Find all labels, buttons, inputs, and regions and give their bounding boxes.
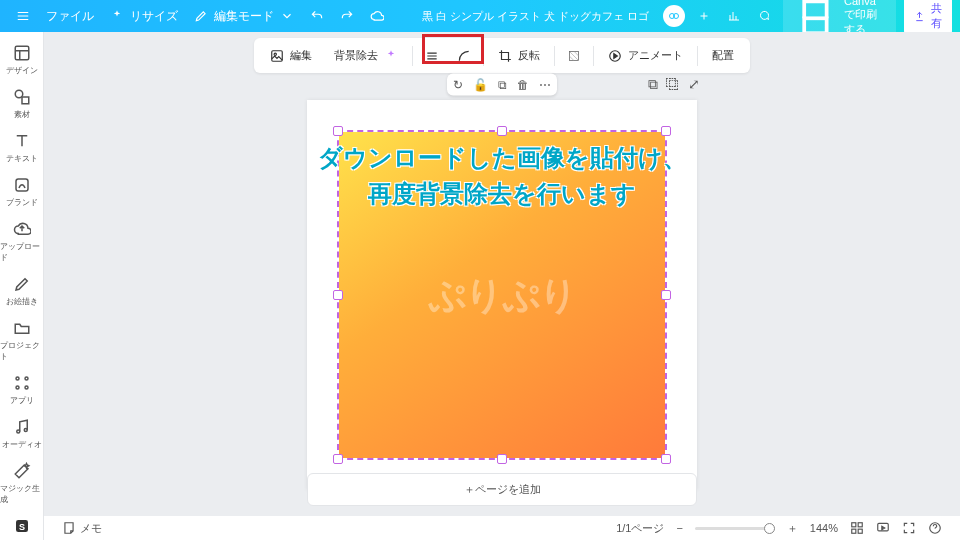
zoom-out-button[interactable]: −: [670, 522, 688, 534]
zoom-slider[interactable]: [695, 527, 775, 530]
add-page-button[interactable]: ＋ページを追加: [307, 473, 697, 506]
transparency-button[interactable]: [559, 43, 589, 69]
sidebar-item-draw[interactable]: お絵描き: [0, 269, 44, 313]
animate-button[interactable]: アニメート: [598, 42, 693, 69]
bg-remove-button[interactable]: 背景除去: [324, 42, 408, 69]
link-account-button[interactable]: [663, 5, 685, 27]
resize-handle-se[interactable]: [661, 454, 671, 464]
notes-button[interactable]: メモ: [56, 521, 108, 536]
sidebar-item-label: 素材: [14, 109, 30, 120]
redo-button[interactable]: [332, 9, 362, 23]
document-title[interactable]: 黒 白 シンプル イラスト 犬 ドッグカフェ ロゴ: [422, 9, 649, 24]
brand-icon: [13, 176, 31, 194]
page-duplicate-icon[interactable]: ⿻: [666, 76, 680, 93]
trash-icon[interactable]: 🗑: [517, 78, 529, 92]
note-icon: [62, 521, 76, 535]
line-style-button[interactable]: [417, 43, 447, 69]
menu-icon: [16, 9, 30, 23]
cloud-check-icon: [370, 9, 384, 23]
hamburger-menu[interactable]: [8, 9, 38, 23]
svg-rect-5: [22, 97, 29, 104]
apps-icon: [13, 374, 31, 392]
zoom-in-button[interactable]: ＋: [781, 521, 804, 536]
resize-handle-sw[interactable]: [333, 454, 343, 464]
resize-handle-s[interactable]: [497, 454, 507, 464]
resize-handle-n[interactable]: [497, 126, 507, 136]
svg-point-16: [274, 53, 276, 55]
sidebar-item-audio[interactable]: オーディオ: [0, 412, 44, 456]
sidebar-item-label: アプリ: [10, 395, 34, 406]
canvas-wrap: ↻ 🔓 ⧉ 🗑 ⋯ ぷりぷり: [44, 100, 960, 466]
grid-view-button[interactable]: [844, 521, 870, 535]
chevron-down-icon: [280, 9, 294, 23]
sidebar-item-soundraw[interactable]: SSoundraw: [0, 511, 44, 540]
help-button[interactable]: [922, 521, 948, 535]
add-collab-button[interactable]: [693, 5, 715, 27]
resize-menu[interactable]: リサイズ: [102, 8, 186, 25]
separator: [554, 46, 555, 66]
add-page-bar: ＋ページを追加: [44, 473, 960, 506]
position-button[interactable]: 配置: [702, 42, 744, 69]
sidebar-item-magic[interactable]: マジック生成: [0, 456, 44, 511]
svg-rect-3: [15, 46, 29, 60]
share-button[interactable]: 共有: [904, 0, 952, 35]
edit-image-button[interactable]: 編集: [260, 42, 322, 69]
fullscreen-button[interactable]: [896, 521, 922, 535]
lock-icon[interactable]: 🔓: [473, 78, 488, 92]
sidebar-item-projects[interactable]: プロジェクト: [0, 313, 44, 368]
page-indicator[interactable]: 1/1ページ: [610, 521, 670, 536]
text-icon: [13, 132, 31, 150]
svg-text:S: S: [18, 522, 24, 532]
sidebar-item-label: マジック生成: [0, 483, 44, 505]
sidebar-item-label: オーディオ: [2, 439, 42, 450]
selected-image-frame[interactable]: ぷりぷり: [337, 130, 667, 460]
svg-point-11: [16, 430, 19, 433]
file-menu[interactable]: ファイル: [38, 8, 102, 25]
more-icon[interactable]: ⋯: [539, 78, 551, 92]
sync-status: [362, 9, 392, 23]
resize-label: リサイズ: [130, 8, 178, 25]
sparkle-icon: [384, 49, 398, 63]
swap-icon[interactable]: ↻: [453, 78, 463, 92]
present-button[interactable]: [870, 521, 896, 535]
corner-arc-button[interactable]: [449, 43, 479, 69]
separator: [593, 46, 594, 66]
sidebar-item-brand[interactable]: ブランド: [0, 170, 44, 214]
zoom-value[interactable]: 144%: [804, 522, 844, 534]
undo-button[interactable]: [302, 9, 332, 23]
comments-button[interactable]: [753, 5, 775, 27]
resize-handle-nw[interactable]: [333, 126, 343, 136]
svg-rect-20: [858, 523, 862, 527]
sidebar-item-text[interactable]: テキスト: [0, 126, 44, 170]
sidebar-item-label: プロジェクト: [0, 340, 44, 362]
context-toolbar: 編集 背景除去 反転 アニメート 配置: [254, 38, 750, 73]
resize-handle-w[interactable]: [333, 290, 343, 300]
sidebar-item-label: アップロード: [0, 241, 44, 263]
edit-mode-label: 編集モード: [214, 8, 274, 25]
sidebar-item-design[interactable]: デザイン: [0, 38, 44, 82]
selected-image[interactable]: ぷりぷり: [339, 132, 665, 458]
duplicate-icon[interactable]: ⧉: [498, 78, 507, 92]
sidebar-item-apps[interactable]: アプリ: [0, 368, 44, 412]
sidebar-item-elements[interactable]: 素材: [0, 82, 44, 126]
crop-icon: [498, 49, 512, 63]
redo-icon: [340, 9, 354, 23]
page-actions: ⧉ ⿻ ⤢: [648, 76, 700, 93]
analytics-button[interactable]: [723, 5, 745, 27]
resize-handle-ne[interactable]: [661, 126, 671, 136]
flip-button[interactable]: 反転: [488, 42, 550, 69]
zoom-slider-knob[interactable]: [764, 523, 775, 534]
page-add-icon[interactable]: ⧉: [648, 76, 658, 93]
sidebar: デザイン 素材 テキスト ブランド アップロード お絵描き プロジェクト アプリ…: [0, 32, 44, 540]
edit-mode-menu[interactable]: 編集モード: [186, 8, 302, 25]
link-icon: [668, 10, 680, 22]
resize-handle-e[interactable]: [661, 290, 671, 300]
sidebar-item-upload[interactable]: アップロード: [0, 214, 44, 269]
design-page[interactable]: ↻ 🔓 ⧉ 🗑 ⋯ ぷりぷり: [307, 100, 697, 490]
help-icon: [928, 521, 942, 535]
share-icon: [914, 11, 925, 22]
separator: [697, 46, 698, 66]
watermark-text: ぷりぷり: [428, 270, 576, 321]
page-expand-icon[interactable]: ⤢: [688, 76, 700, 93]
flip-label: 反転: [518, 48, 540, 63]
